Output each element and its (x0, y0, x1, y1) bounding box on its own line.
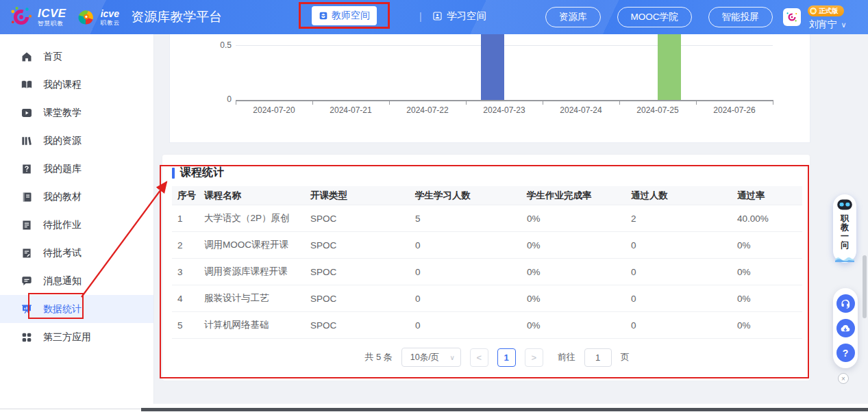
robot-icon (835, 196, 854, 213)
sidebar-item-data-statistics[interactable]: 数据统计 (0, 295, 153, 323)
table-cell: 3 (172, 259, 204, 285)
floating-toolbar: ? (833, 288, 858, 368)
y-tick-label-0-5: 0.5 (208, 40, 232, 50)
sidebar-item-textbooks[interactable]: 我的教材 (0, 183, 153, 211)
table-cell: 0 (631, 285, 737, 312)
tab-learn-space-label: 学习空间 (447, 10, 486, 23)
x-tick-label: 2024-07-22 (389, 105, 466, 115)
smart-cast-button[interactable]: 智能投屏 (708, 7, 773, 27)
logo-primary-title: ICVE (38, 8, 66, 19)
sidebar-item-notifications[interactable]: 消息通知 (0, 267, 153, 295)
close-toolbar-button[interactable]: × (838, 373, 849, 384)
chart-card: 0.5 0 2024-07-202024-07-212024-07-222024… (169, 34, 810, 143)
x-tick-label: 2024-07-24 (543, 105, 619, 115)
sidebar-item-third-party-apps[interactable]: 第三方应用 (0, 323, 153, 351)
gridline-0-5 (236, 45, 773, 46)
x-tick-label: 2024-07-26 (696, 105, 773, 115)
table-cell: 计算机网络基础 (204, 312, 310, 339)
pending-exams-icon (21, 247, 33, 259)
card-title-row: 课程统计 (172, 166, 224, 180)
table-cell: 0% (737, 285, 802, 312)
sidebar-item-pending-exams[interactable]: 待批考试 (0, 239, 153, 267)
page: ICVE 智慧职教 icve 职教云 资源库教学平台 (0, 0, 868, 412)
x-axis-tick (619, 101, 620, 105)
pending-homework-icon (21, 219, 33, 231)
table-cell: 4 (172, 285, 204, 312)
table-cell: 40.00% (737, 205, 802, 232)
tab-teacher-space[interactable]: 教师空间 (312, 6, 377, 25)
sidebar-item-label: 首页 (43, 51, 62, 63)
sidebar-item-label: 待批考试 (43, 247, 82, 259)
page-1-button[interactable]: 1 (497, 348, 516, 367)
ai-assistant-char: 问 (841, 241, 849, 250)
edition-badge: 正式版 (808, 5, 844, 16)
sidebar-item-my-courses[interactable]: 我的课程 (0, 70, 153, 99)
table-cell: 0% (737, 232, 802, 259)
table-cell: 0% (737, 312, 802, 339)
table-cell: SPOC (310, 205, 415, 232)
tab-learn-space[interactable]: 学习空间 (432, 10, 486, 23)
goto-page-input[interactable] (584, 348, 612, 367)
app-chip[interactable] (783, 8, 801, 26)
mooc-academy-button[interactable]: MOOC学院 (617, 7, 692, 27)
pagination-total: 共 5 条 (364, 351, 392, 363)
x-tick-label: 2024-07-25 (619, 105, 696, 115)
table-cell: SPOC (310, 312, 415, 339)
table-cell: SPOC (310, 259, 415, 285)
icve-swirl-logo (10, 5, 33, 29)
teacher-space-icon (319, 11, 328, 21)
table-cell: 2 (172, 232, 204, 259)
sidebar-item-home[interactable]: 首页 (0, 42, 153, 70)
table-cell: 0 (415, 232, 527, 259)
home-icon (21, 51, 33, 63)
ai-assistant-widget[interactable]: 职教一问 (833, 194, 856, 263)
header-action-buttons: 资源库MOOC学院智能投屏 (545, 7, 773, 27)
user-menu[interactable]: 刘宵宁 ∨ (809, 18, 847, 31)
goto-label: 前往 (558, 351, 575, 363)
sidebar-item-my-resources[interactable]: 我的资源 (0, 127, 153, 155)
sidebar-item-label: 消息通知 (43, 275, 82, 287)
sidebar-item-question-bank[interactable]: 我的题库 (0, 155, 153, 183)
table-row: 1大学语文（2P）原创SPOC50%240.00% (172, 205, 802, 232)
next-page-button[interactable]: > (525, 348, 543, 367)
sidebar-item-label: 数据统计 (43, 303, 82, 316)
help-icon[interactable]: ? (836, 344, 855, 362)
table-cell: 大学语文（2P）原创 (204, 205, 310, 232)
table-row: 4服装设计与工艺SPOC00%00% (172, 285, 802, 312)
column-header: 学生作业完成率 (527, 186, 631, 205)
card-title: 课程统计 (180, 166, 224, 180)
edition-badge-label: 正式版 (819, 7, 839, 16)
textbooks-icon (21, 191, 33, 203)
table-cell: 0 (631, 232, 737, 259)
table-cell: 0% (527, 205, 631, 232)
sidebar-item-label: 我的教材 (43, 191, 82, 203)
table-row: 5计算机网络基础SPOC00%00% (172, 312, 802, 339)
column-header: 课程名称 (204, 186, 310, 205)
page-scrollbar-thumb[interactable] (863, 255, 867, 318)
table-header-row: 序号课程名称开课类型学生学习人数学生作业完成率通过人数通过率 (172, 186, 802, 205)
cloud-download-icon[interactable] (836, 319, 855, 337)
sidebar-item-label: 我的题库 (43, 163, 82, 175)
ai-assistant-label: 职教一问 (841, 214, 849, 250)
column-header: 开课类型 (310, 186, 415, 205)
prev-page-button[interactable]: < (470, 348, 488, 367)
y-tick-label-0: 0 (208, 94, 232, 104)
resource-library-button[interactable]: 资源库 (545, 7, 601, 27)
sidebar-item-pending-homework[interactable]: 待批作业 (0, 211, 153, 239)
page-size-select[interactable]: 10条/页 ∨ (401, 348, 461, 367)
logo-primary-subtitle: 智慧职教 (38, 21, 66, 27)
column-header: 序号 (172, 186, 204, 205)
table-cell: 0% (527, 232, 631, 259)
notifications-icon (21, 275, 33, 287)
waves-icon (835, 255, 854, 262)
sidebar-item-classroom-teaching[interactable]: 课堂教学 (0, 99, 153, 127)
header: ICVE 智慧职教 icve 职教云 资源库教学平台 (0, 0, 868, 34)
customer-service-icon[interactable] (836, 294, 855, 313)
tab-teacher-space-label: 教师空间 (332, 10, 370, 22)
table-cell: 2 (631, 205, 737, 232)
x-axis-tick (312, 101, 313, 105)
table-cell: 5 (415, 205, 527, 232)
question-bank-icon (21, 163, 33, 175)
table-row: 3调用资源库课程开课SPOC00%00% (172, 259, 802, 285)
course-stats-table: 序号课程名称开课类型学生学习人数学生作业完成率通过人数通过率 1大学语文（2P）… (172, 186, 802, 339)
